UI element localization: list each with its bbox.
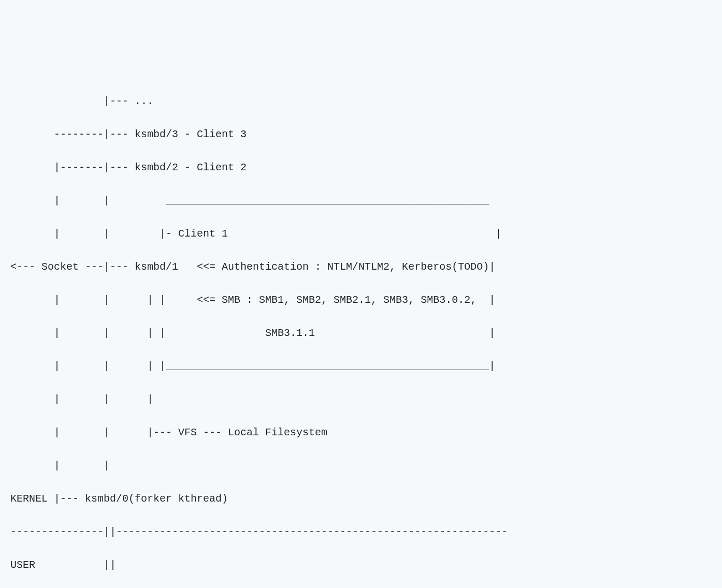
diagram-line: | | bbox=[10, 458, 712, 474]
diagram-line: | | | |_________________________________… bbox=[10, 358, 712, 375]
ascii-architecture-diagram: |--- ... --------|--- ksmbd/3 - Client 3… bbox=[10, 77, 712, 588]
diagram-line: <--- Socket ---|--- ksmbd/1 <<= Authenti… bbox=[10, 259, 712, 275]
diagram-line: KERNEL |--- ksmbd/0(forker kthread) bbox=[10, 491, 712, 507]
diagram-line: | | |--- VFS --- Local Filesystem bbox=[10, 424, 712, 441]
diagram-line: USER || bbox=[10, 557, 712, 574]
diagram-line: |-------|--- ksmbd/2 - Client 2 bbox=[10, 159, 712, 176]
diagram-line: |--- ... bbox=[10, 93, 712, 110]
diagram-line: | | | bbox=[10, 391, 712, 408]
diagram-line: | | |- Client 1 | bbox=[10, 226, 712, 242]
diagram-line: | | | | SMB3.1.1 | bbox=[10, 325, 712, 342]
diagram-line: | | | | <<= SMB : SMB1, SMB2, SMB2.1, SM… bbox=[10, 292, 712, 308]
diagram-line: ---------------||-----------------------… bbox=[10, 524, 712, 540]
diagram-line: | | ____________________________________… bbox=[10, 193, 712, 209]
diagram-line: --------|--- ksmbd/3 - Client 3 bbox=[10, 126, 712, 143]
